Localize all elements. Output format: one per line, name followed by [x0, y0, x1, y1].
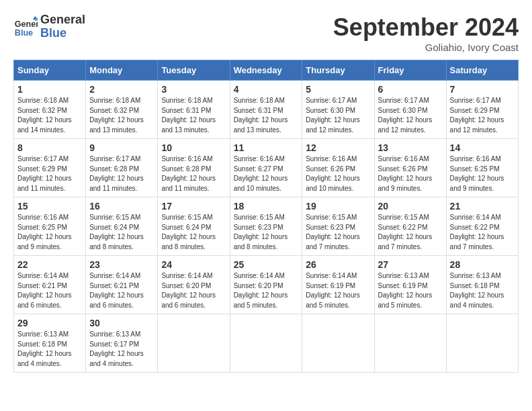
calendar-week-row: 1Sunrise: 6:18 AM Sunset: 6:32 PM Daylig… [14, 81, 519, 139]
day-number: 19 [306, 201, 370, 212]
calendar-week-row: 29Sunrise: 6:13 AM Sunset: 6:18 PM Dayli… [14, 314, 519, 373]
day-info: Sunrise: 6:18 AM Sunset: 6:31 PM Dayligh… [161, 96, 226, 135]
logo-line1: General [40, 13, 85, 27]
day-info: Sunrise: 6:14 AM Sunset: 6:21 PM Dayligh… [17, 271, 82, 310]
day-number: 8 [17, 142, 82, 153]
day-number: 25 [234, 259, 299, 270]
day-number: 23 [89, 259, 154, 270]
day-number: 7 [450, 84, 515, 95]
day-number: 10 [161, 142, 226, 153]
day-number: 15 [17, 201, 82, 212]
calendar-day-cell: 8Sunrise: 6:17 AM Sunset: 6:29 PM Daylig… [14, 139, 86, 197]
title-area: September 2024 Goliahio, Ivory Coast [333, 13, 519, 53]
calendar-day-cell: 4Sunrise: 6:18 AM Sunset: 6:31 PM Daylig… [230, 81, 302, 139]
location: Goliahio, Ivory Coast [333, 42, 519, 53]
weekday-header-cell: Saturday [446, 60, 518, 81]
calendar-day-cell: 16Sunrise: 6:15 AM Sunset: 6:24 PM Dayli… [86, 197, 158, 256]
day-number: 17 [161, 201, 226, 212]
calendar-day-cell: 1Sunrise: 6:18 AM Sunset: 6:32 PM Daylig… [14, 81, 86, 139]
weekday-header-cell: Friday [374, 60, 446, 81]
day-number: 22 [17, 259, 82, 270]
day-number: 21 [450, 201, 515, 212]
month-title: September 2024 [333, 13, 519, 42]
calendar-day-cell: 25Sunrise: 6:14 AM Sunset: 6:20 PM Dayli… [230, 256, 302, 314]
day-info: Sunrise: 6:16 AM Sunset: 6:26 PM Dayligh… [378, 154, 443, 193]
calendar-day-cell: 5Sunrise: 6:17 AM Sunset: 6:30 PM Daylig… [302, 81, 374, 139]
day-info: Sunrise: 6:13 AM Sunset: 6:19 PM Dayligh… [378, 271, 443, 310]
day-number: 12 [306, 142, 370, 153]
day-number: 24 [161, 259, 226, 270]
day-info: Sunrise: 6:14 AM Sunset: 6:20 PM Dayligh… [234, 271, 299, 310]
calendar-week-row: 8Sunrise: 6:17 AM Sunset: 6:29 PM Daylig… [14, 139, 519, 197]
day-number: 13 [378, 142, 443, 153]
logo: General Blue General Blue [13, 13, 85, 40]
day-number: 9 [89, 142, 154, 153]
day-info: Sunrise: 6:16 AM Sunset: 6:25 PM Dayligh… [450, 154, 515, 193]
day-number: 18 [234, 201, 299, 212]
day-info: Sunrise: 6:17 AM Sunset: 6:29 PM Dayligh… [450, 96, 515, 135]
calendar-day-cell: 29Sunrise: 6:13 AM Sunset: 6:18 PM Dayli… [14, 314, 86, 373]
logo-icon: General Blue [13, 15, 38, 39]
weekday-header-row: SundayMondayTuesdayWednesdayThursdayFrid… [14, 60, 519, 81]
calendar-day-cell: 15Sunrise: 6:16 AM Sunset: 6:25 PM Dayli… [14, 197, 86, 256]
calendar-day-cell: 9Sunrise: 6:17 AM Sunset: 6:28 PM Daylig… [86, 139, 158, 197]
calendar-day-cell: 6Sunrise: 6:17 AM Sunset: 6:30 PM Daylig… [374, 81, 446, 139]
day-info: Sunrise: 6:14 AM Sunset: 6:21 PM Dayligh… [89, 271, 154, 310]
calendar-day-cell [230, 314, 302, 373]
day-info: Sunrise: 6:16 AM Sunset: 6:25 PM Dayligh… [17, 213, 82, 252]
day-info: Sunrise: 6:16 AM Sunset: 6:26 PM Dayligh… [306, 154, 370, 193]
calendar-day-cell: 19Sunrise: 6:15 AM Sunset: 6:23 PM Dayli… [302, 197, 374, 256]
day-info: Sunrise: 6:16 AM Sunset: 6:27 PM Dayligh… [234, 154, 299, 193]
day-number: 29 [17, 318, 82, 328]
calendar-body: 1Sunrise: 6:18 AM Sunset: 6:32 PM Daylig… [14, 81, 519, 373]
calendar-day-cell: 2Sunrise: 6:18 AM Sunset: 6:32 PM Daylig… [86, 81, 158, 139]
day-info: Sunrise: 6:15 AM Sunset: 6:22 PM Dayligh… [378, 213, 443, 252]
logo-line2: Blue [40, 27, 85, 40]
day-info: Sunrise: 6:15 AM Sunset: 6:23 PM Dayligh… [306, 213, 370, 252]
day-number: 16 [89, 201, 154, 212]
day-info: Sunrise: 6:18 AM Sunset: 6:31 PM Dayligh… [234, 96, 299, 135]
day-info: Sunrise: 6:14 AM Sunset: 6:19 PM Dayligh… [306, 271, 370, 310]
day-info: Sunrise: 6:17 AM Sunset: 6:29 PM Dayligh… [17, 154, 82, 193]
day-info: Sunrise: 6:17 AM Sunset: 6:30 PM Dayligh… [378, 96, 443, 135]
calendar-week-row: 22Sunrise: 6:14 AM Sunset: 6:21 PM Dayli… [14, 256, 519, 314]
calendar-day-cell: 21Sunrise: 6:14 AM Sunset: 6:22 PM Dayli… [446, 197, 518, 256]
weekday-header-cell: Wednesday [230, 60, 302, 81]
calendar-day-cell: 23Sunrise: 6:14 AM Sunset: 6:21 PM Dayli… [86, 256, 158, 314]
calendar-day-cell: 14Sunrise: 6:16 AM Sunset: 6:25 PM Dayli… [446, 139, 518, 197]
calendar-day-cell: 27Sunrise: 6:13 AM Sunset: 6:19 PM Dayli… [374, 256, 446, 314]
weekday-header-cell: Tuesday [158, 60, 230, 81]
day-number: 30 [89, 318, 154, 328]
calendar-table: SundayMondayTuesdayWednesdayThursdayFrid… [13, 60, 519, 373]
calendar-day-cell: 30Sunrise: 6:13 AM Sunset: 6:17 PM Dayli… [86, 314, 158, 373]
day-info: Sunrise: 6:14 AM Sunset: 6:22 PM Dayligh… [450, 213, 515, 252]
day-info: Sunrise: 6:13 AM Sunset: 6:17 PM Dayligh… [89, 330, 154, 369]
calendar-day-cell: 13Sunrise: 6:16 AM Sunset: 6:26 PM Dayli… [374, 139, 446, 197]
weekday-header-cell: Sunday [14, 60, 86, 81]
day-info: Sunrise: 6:18 AM Sunset: 6:32 PM Dayligh… [17, 96, 82, 135]
calendar-day-cell: 20Sunrise: 6:15 AM Sunset: 6:22 PM Dayli… [374, 197, 446, 256]
day-number: 11 [234, 142, 299, 153]
calendar-day-cell: 26Sunrise: 6:14 AM Sunset: 6:19 PM Dayli… [302, 256, 374, 314]
day-number: 28 [450, 259, 515, 270]
day-info: Sunrise: 6:15 AM Sunset: 6:24 PM Dayligh… [161, 213, 226, 252]
svg-text:Blue: Blue [15, 28, 33, 37]
day-number: 26 [306, 259, 370, 270]
day-number: 20 [378, 201, 443, 212]
day-number: 3 [161, 84, 226, 95]
day-info: Sunrise: 6:18 AM Sunset: 6:32 PM Dayligh… [89, 96, 154, 135]
weekday-header-cell: Thursday [302, 60, 374, 81]
calendar-day-cell [446, 314, 518, 373]
header: General Blue General Blue September 2024… [13, 13, 519, 53]
calendar-day-cell: 24Sunrise: 6:14 AM Sunset: 6:20 PM Dayli… [158, 256, 230, 314]
day-number: 27 [378, 259, 443, 270]
day-number: 2 [89, 84, 154, 95]
calendar-day-cell: 17Sunrise: 6:15 AM Sunset: 6:24 PM Dayli… [158, 197, 230, 256]
day-info: Sunrise: 6:13 AM Sunset: 6:18 PM Dayligh… [17, 330, 82, 369]
calendar-day-cell: 11Sunrise: 6:16 AM Sunset: 6:27 PM Dayli… [230, 139, 302, 197]
calendar-day-cell: 7Sunrise: 6:17 AM Sunset: 6:29 PM Daylig… [446, 81, 518, 139]
day-info: Sunrise: 6:14 AM Sunset: 6:20 PM Dayligh… [161, 271, 226, 310]
day-info: Sunrise: 6:17 AM Sunset: 6:28 PM Dayligh… [89, 154, 154, 193]
day-number: 6 [378, 84, 443, 95]
day-info: Sunrise: 6:13 AM Sunset: 6:18 PM Dayligh… [450, 271, 515, 310]
